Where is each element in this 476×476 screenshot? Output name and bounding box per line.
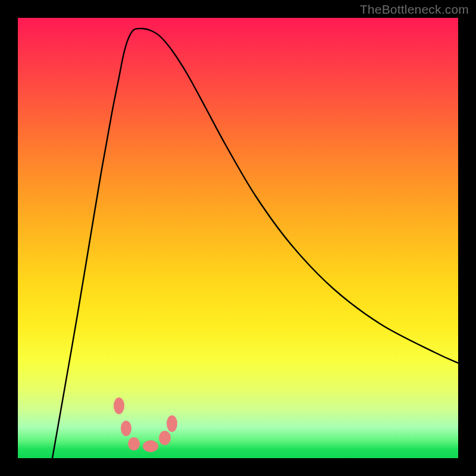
marker-1 xyxy=(114,397,124,414)
watermark-text: TheBottleneck.com xyxy=(360,2,469,17)
marker-3 xyxy=(128,437,140,450)
curve-markers xyxy=(114,397,177,452)
chart-plot-area xyxy=(18,18,458,458)
marker-6 xyxy=(167,415,177,432)
bottleneck-curve-path xyxy=(52,29,458,458)
bottleneck-curve-svg xyxy=(18,18,458,458)
marker-5 xyxy=(159,431,171,445)
marker-4 xyxy=(143,440,158,452)
marker-2 xyxy=(121,421,131,436)
